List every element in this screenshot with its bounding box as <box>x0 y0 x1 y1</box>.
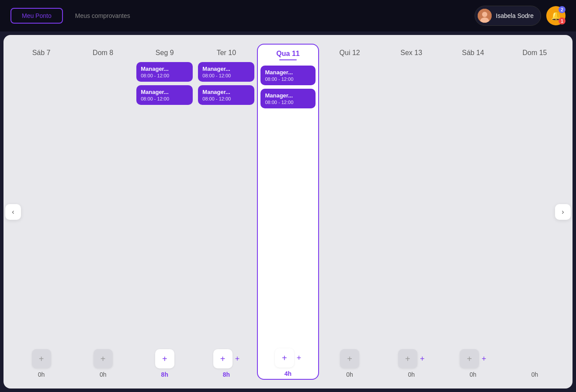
events-area-dom15 <box>507 60 563 365</box>
events-area-sab7 <box>13 60 69 346</box>
add-btn-sab7[interactable]: + <box>32 349 51 368</box>
day-header-dom8: Dom 8 <box>75 44 131 60</box>
event-title-ter10-1: Manager... <box>202 89 250 95</box>
hour-label-sab14: 0h <box>470 371 477 378</box>
event-card-seg9-1[interactable]: Manager...08:00 - 12:00 <box>136 85 193 105</box>
day-underline-qua11 <box>279 59 297 60</box>
day-header-qui12: Qui 12 <box>322 44 378 60</box>
plus-icon-qua11[interactable]: + <box>297 354 302 363</box>
user-profile[interactable]: Isabela Sodre <box>475 6 541 26</box>
main-calendar: ‹ › Sáb 7+0hDom 8+0hSeg 9Manager...08:00… <box>3 35 573 389</box>
event-time-seg9-0: 08:00 - 12:00 <box>141 73 188 78</box>
add-btn-qua11[interactable]: + <box>275 348 294 368</box>
bottom-area-sex13: ++0h <box>383 346 440 380</box>
add-row-sex13: ++ <box>398 349 425 368</box>
day-header-sab14: Sáb 14 <box>445 44 501 60</box>
event-time-seg9-1: 08:00 - 12:00 <box>141 96 188 101</box>
events-area-dom8 <box>75 60 131 346</box>
event-title-seg9-1: Manager... <box>141 89 188 95</box>
events-area-sex13 <box>383 60 440 346</box>
hour-label-seg9: 8h <box>161 371 168 378</box>
hour-label-dom8: 0h <box>100 371 107 378</box>
event-title-ter10-0: Manager... <box>202 66 250 72</box>
bottom-area-dom8: +0h <box>75 346 131 380</box>
add-row-ter10: ++ <box>213 349 240 368</box>
add-row-qui12: + <box>340 349 359 368</box>
hour-label-qua11: 4h <box>285 370 291 377</box>
bottom-area-seg9: +8h <box>136 346 193 380</box>
hour-label-ter10: 8h <box>223 371 230 378</box>
event-time-qua11-0: 08:00 - 12:00 <box>265 76 311 82</box>
event-title-qua11-1: Manager... <box>265 92 311 99</box>
add-btn-sab14[interactable]: + <box>460 349 479 368</box>
add-row-sab14: ++ <box>460 349 486 368</box>
events-area-seg9: Manager...08:00 - 12:00Manager...08:00 -… <box>136 60 193 346</box>
day-header-sab7: Sáb 7 <box>13 44 69 60</box>
tab-meu-ponto[interactable]: Meu Ponto <box>10 8 63 24</box>
day-header-dom15: Dom 15 <box>507 44 563 60</box>
day-header-qua11: Qua 11 <box>260 45 315 64</box>
event-card-ter10-0[interactable]: Manager...08:00 - 12:00 <box>198 62 254 82</box>
header: Meu Ponto Meus comprovantes Isabela Sodr… <box>0 0 576 31</box>
nav-next-button[interactable]: › <box>555 204 571 220</box>
bottom-area-qua11: ++4h <box>260 345 315 379</box>
day-header-ter10: Ter 10 <box>198 44 254 60</box>
day-col-qui12[interactable]: Qui 12+0h <box>319 44 381 380</box>
event-card-seg9-0[interactable]: Manager...08:00 - 12:00 <box>136 62 193 82</box>
hour-label-qui12: 0h <box>346 371 353 378</box>
event-card-ter10-1[interactable]: Manager...08:00 - 12:00 <box>198 85 254 105</box>
calendar-grid: Sáb 7+0hDom 8+0hSeg 9Manager...08:00 - 1… <box>10 44 566 380</box>
events-area-qui12 <box>322 60 378 346</box>
user-area: Isabela Sodre 🔔 2 1 <box>475 6 566 26</box>
tab-meus-comprovantes[interactable]: Meus comprovantes <box>65 8 141 24</box>
event-time-ter10-0: 08:00 - 12:00 <box>202 73 250 78</box>
day-col-ter10[interactable]: Ter 10Manager...08:00 - 12:00Manager...0… <box>195 44 257 380</box>
svg-point-1 <box>482 12 487 17</box>
user-name: Isabela Sodre <box>496 12 534 19</box>
add-btn-dom8[interactable]: + <box>94 349 113 368</box>
day-header-sex13: Sex 13 <box>383 44 440 60</box>
notification-bell[interactable]: 🔔 2 1 <box>546 6 566 25</box>
bottom-area-sab14: ++0h <box>445 346 501 380</box>
day-col-sab14[interactable]: Sáb 14++0h <box>442 44 504 380</box>
add-row-sab7: + <box>32 349 51 368</box>
hour-label-sab7: 0h <box>38 371 45 378</box>
plus-icon-sex13[interactable]: + <box>420 354 425 364</box>
badge-bottom: 1 <box>559 17 566 24</box>
event-title-seg9-0: Manager... <box>141 66 188 72</box>
events-area-sab14 <box>445 60 501 346</box>
bottom-area-ter10: ++8h <box>198 346 254 380</box>
add-btn-seg9[interactable]: + <box>155 349 174 368</box>
add-row-dom8: + <box>94 349 113 368</box>
day-header-seg9: Seg 9 <box>136 44 193 60</box>
event-time-ter10-1: 08:00 - 12:00 <box>202 96 250 101</box>
day-col-sex13[interactable]: Sex 13++0h <box>381 44 442 380</box>
nav-prev-button[interactable]: ‹ <box>5 204 21 220</box>
plus-icon-ter10[interactable]: + <box>235 354 240 364</box>
add-row-seg9: + <box>155 349 174 368</box>
hour-label-dom15: 0h <box>531 371 538 378</box>
day-col-dom8[interactable]: Dom 8+0h <box>72 44 134 380</box>
hour-label-sex13: 0h <box>408 371 415 378</box>
nav-tabs: Meu Ponto Meus comprovantes <box>10 8 141 24</box>
day-col-seg9[interactable]: Seg 9Manager...08:00 - 12:00Manager...08… <box>134 44 195 380</box>
badge-top: 2 <box>559 6 566 13</box>
events-area-ter10: Manager...08:00 - 12:00Manager...08:00 -… <box>198 60 254 346</box>
bottom-area-sab7: +0h <box>13 346 69 380</box>
avatar <box>478 9 492 23</box>
event-time-qua11-1: 08:00 - 12:00 <box>265 100 311 105</box>
events-area-qua11: Manager...08:00 - 12:00Manager...08:00 -… <box>260 64 315 345</box>
event-card-qua11-0[interactable]: Manager...08:00 - 12:00 <box>260 66 315 85</box>
add-btn-qui12[interactable]: + <box>340 349 359 368</box>
plus-icon-sab14[interactable]: + <box>482 354 486 364</box>
bottom-area-dom15: 0h <box>507 365 563 380</box>
event-card-qua11-1[interactable]: Manager...08:00 - 12:00 <box>260 89 315 108</box>
bottom-area-qui12: +0h <box>322 346 378 380</box>
add-row-qua11: ++ <box>275 348 302 368</box>
add-btn-ter10[interactable]: + <box>213 349 232 368</box>
add-btn-sex13[interactable]: + <box>398 349 417 368</box>
day-col-qua11[interactable]: Qua 11Manager...08:00 - 12:00Manager...0… <box>257 44 319 380</box>
event-title-qua11-0: Manager... <box>265 69 311 76</box>
